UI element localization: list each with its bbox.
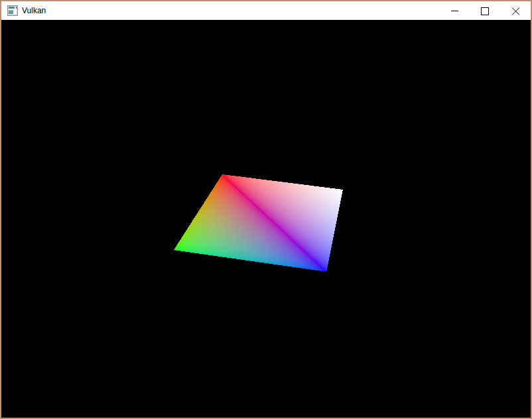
- titlebar[interactable]: Vulkan: [1, 1, 531, 20]
- close-button[interactable]: [500, 1, 531, 20]
- close-icon: [500, 1, 531, 20]
- window-border-frame: Vulkan: [0, 0, 532, 419]
- vulkan-window: Vulkan: [1, 1, 531, 418]
- maximize-icon: [470, 1, 500, 20]
- render-canvas: [1, 20, 531, 418]
- window-title: Vulkan: [22, 6, 46, 15]
- render-viewport: [1, 20, 531, 418]
- minimize-icon: [439, 1, 470, 20]
- minimize-button[interactable]: [439, 1, 470, 20]
- maximize-button[interactable]: [470, 1, 500, 20]
- caption-buttons: [439, 1, 531, 20]
- app-icon[interactable]: [7, 5, 18, 16]
